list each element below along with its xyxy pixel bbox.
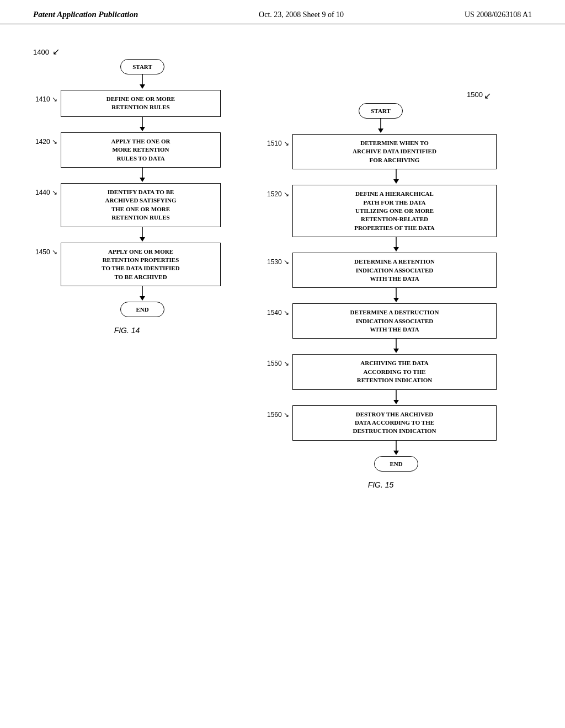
svg-marker-11 — [378, 129, 383, 133]
fig14-number: 1400 — [33, 48, 49, 56]
fig15-arrow-5 — [296, 390, 497, 405]
fig14-step-1440: 1440 ↘ IDENTIFY DATA TO BE ARCHIVED SATI… — [33, 183, 221, 227]
page-header: Patent Application Publication Oct. 23, … — [0, 0, 565, 24]
fig15-step-1540: 1540 ↘ DETERMINE A DESTRUCTION INDICATIO… — [265, 303, 497, 339]
svg-marker-5 — [140, 178, 145, 182]
fig14-start-box: START — [120, 59, 164, 74]
header-publication-type: Patent Application Publication — [33, 10, 138, 19]
svg-marker-19 — [393, 349, 399, 353]
header-date-sheet: Oct. 23, 2008 Sheet 9 of 10 — [259, 10, 344, 19]
fig15-step-1520: 1520 ↘ DEFINE A HIERARCHICAL PATH FOR TH… — [265, 185, 497, 237]
fig14-label: FIG. 14 — [33, 326, 221, 335]
svg-marker-1 — [140, 84, 145, 89]
main-content: 1400 ↙ START 1410 ↘ DEFINE ONE OR MORE R… — [0, 24, 565, 500]
fig15-arrow-2 — [296, 237, 497, 253]
fig15-box-1530: DETERMINE A RETENTION INDICATION ASSOCIA… — [292, 253, 497, 288]
fig14-label-1440: 1440 ↘ — [33, 183, 61, 196]
svg-marker-3 — [140, 127, 145, 131]
fig15-label: FIG. 15 — [265, 480, 497, 489]
svg-marker-23 — [393, 451, 399, 455]
fig14-label-1420: 1420 ↘ — [33, 132, 61, 146]
svg-marker-21 — [393, 400, 399, 404]
fig14-step-1420: 1420 ↘ APPLY THE ONE OR MORE RETENTION R… — [33, 132, 221, 168]
fig14-step-1450: 1450 ↘ APPLY ONE OR MORE RETENTION PROPE… — [33, 243, 221, 287]
fig15-label-1520: 1520 ↘ — [265, 185, 292, 198]
fig15-flowchart: 1500 ↙ START 1510 ↘ DETERMINE WHEN TO AR… — [265, 90, 497, 489]
fig15-start-box: START — [359, 103, 403, 119]
header-patent-number: US 2008/0263108 A1 — [465, 10, 532, 19]
fig15-box-1550: ARCHIVING THE DATA ACCORDING TO THE RETE… — [292, 354, 497, 389]
fig14-box-1440: IDENTIFY DATA TO BE ARCHIVED SATISFYING … — [61, 183, 221, 227]
fig14-end-box: END — [120, 302, 164, 317]
fig14-start-row: START — [64, 59, 221, 74]
fig15-label-1550: 1550 ↘ — [265, 354, 292, 367]
fig15-label-1530: 1530 ↘ — [265, 253, 292, 266]
fig15-arrow-0 — [265, 119, 497, 134]
fig14-arrow-2 — [64, 168, 221, 183]
fig15-number: 1500 — [467, 90, 483, 101]
fig15-label-1560: 1560 ↘ — [265, 405, 292, 419]
fig15-step-1550: 1550 ↘ ARCHIVING THE DATA ACCORDING TO T… — [265, 354, 497, 389]
svg-marker-17 — [393, 298, 399, 302]
fig15-end-box: END — [374, 456, 418, 472]
svg-marker-13 — [393, 179, 399, 184]
fig15-box-1540: DETERMINE A DESTRUCTION INDICATION ASSOC… — [292, 303, 497, 339]
fig14-arrow-3 — [64, 227, 221, 243]
fig15-arrow-6 — [296, 441, 497, 456]
fig14-box-1410: DEFINE ONE OR MORE RETENTION RULES — [61, 90, 221, 117]
fig15-arrow-3 — [296, 288, 497, 303]
fig14-arrow-0 — [64, 74, 221, 90]
fig15-arrow-4 — [296, 339, 497, 354]
fig14-step-1410: 1410 ↘ DEFINE ONE OR MORE RETENTION RULE… — [33, 90, 221, 117]
fig15-step-1510: 1510 ↘ DETERMINE WHEN TO ARCHIVE DATA ID… — [265, 134, 497, 169]
fig14-box-1450: APPLY ONE OR MORE RETENTION PROPERTIES T… — [61, 243, 221, 287]
fig15-step-1560: 1560 ↘ DESTROY THE ARCHIVED DATA ACCORDI… — [265, 405, 497, 441]
fig15-box-1520: DEFINE A HIERARCHICAL PATH FOR THE DATA … — [292, 185, 497, 237]
fig14-label-1410: 1410 ↘ — [33, 90, 61, 103]
svg-marker-15 — [393, 247, 399, 251]
fig15-label-1510: 1510 ↘ — [265, 134, 292, 147]
fig15-step-1530: 1530 ↘ DETERMINE A RETENTION INDICATION … — [265, 253, 497, 288]
fig14-box-1420: APPLY THE ONE OR MORE RETENTION RULES TO… — [61, 132, 221, 168]
fig15-box-1510: DETERMINE WHEN TO ARCHIVE DATA IDENTIFIE… — [292, 134, 497, 169]
fig14-label-1450: 1450 ↘ — [33, 243, 61, 256]
svg-marker-9 — [140, 296, 145, 301]
fig15-label-1540: 1540 ↘ — [265, 303, 292, 317]
fig15-box-1560: DESTROY THE ARCHIVED DATA ACCORDING TO T… — [292, 405, 497, 441]
fig15-end-row: END — [296, 456, 497, 472]
fig14-flowchart: 1400 ↙ START 1410 ↘ DEFINE ONE OR MORE R… — [33, 46, 221, 489]
svg-marker-7 — [140, 237, 145, 242]
fig14-end-row: END — [64, 302, 221, 317]
fig14-arrow-4 — [64, 286, 221, 302]
fig14-arrow-1 — [64, 117, 221, 132]
fig15-start-row: START — [265, 103, 497, 119]
fig15-arrow-1 — [296, 169, 497, 185]
